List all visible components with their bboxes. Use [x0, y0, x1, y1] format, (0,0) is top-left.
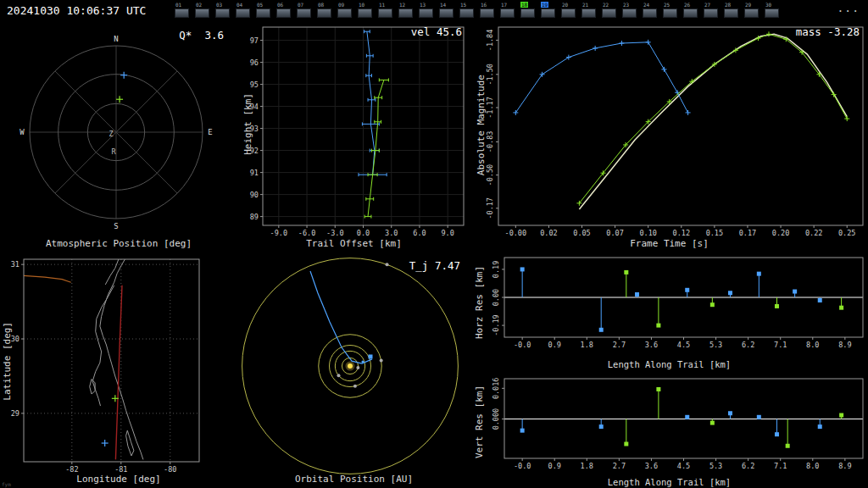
svg-text:-9.0: -9.0 [270, 229, 287, 237]
svg-text:6.0: 6.0 [413, 229, 426, 237]
frame-thumbnail-04[interactable]: 04 [236, 2, 256, 22]
frame-thumbnail-13[interactable]: 13 [419, 2, 439, 22]
frame-number: 22 [602, 2, 609, 8]
frame-thumbnail-image [256, 8, 270, 18]
svg-text:2.7: 2.7 [613, 462, 626, 470]
panel-trail-offset: -9.0-6.0-3.00.03.06.09.08990919293949596… [237, 22, 470, 252]
frame-thumbnail-image [765, 8, 779, 18]
svg-text:0.15: 0.15 [706, 229, 723, 237]
svg-text:-1.17: -1.17 [486, 97, 494, 119]
svg-text:0.10: 0.10 [639, 229, 656, 237]
frame-thumbnail-07[interactable]: 07 [297, 2, 317, 22]
frame-number: 11 [378, 2, 386, 8]
frame-thumbnail-08[interactable]: 08 [317, 2, 337, 22]
top-bar: 20241030 10:06:37 UTC 010203040506070809… [0, 0, 868, 22]
svg-text:97: 97 [250, 36, 259, 45]
frame-number: 27 [704, 2, 711, 8]
tisserand-value: T_j 7.47 [409, 259, 460, 272]
frame-thumbnail-image [541, 8, 555, 18]
frame-thumbnail-27[interactable]: 27 [704, 2, 724, 22]
svg-text:8.9: 8.9 [838, 462, 851, 470]
frame-thumbnail-16[interactable]: 16 [480, 2, 500, 22]
frame-number: 08 [317, 2, 325, 8]
frame-thumbnail-12[interactable]: 12 [398, 2, 419, 22]
svg-text:Z: Z [108, 130, 113, 138]
frame-thumbnail-25[interactable]: 25 [663, 2, 683, 22]
svg-text:6.2: 6.2 [742, 462, 754, 470]
frame-thumbnail-01[interactable]: 01 [175, 2, 195, 22]
frame-thumbnail-image [704, 8, 718, 18]
frame-thumbnail-image [378, 8, 392, 18]
frame-number: 13 [419, 2, 426, 8]
frame-thumbnail-02[interactable]: 02 [195, 2, 215, 22]
svg-text:3.0: 3.0 [385, 229, 398, 237]
frame-thumbnail-11[interactable]: 11 [378, 2, 398, 22]
svg-text:0.25: 0.25 [838, 229, 855, 237]
frame-number: 18 [520, 2, 528, 8]
svg-text:4.5: 4.5 [677, 462, 690, 470]
svg-text:-6.0: -6.0 [298, 229, 315, 237]
mag-ylabel: Absolute Magnitude [476, 75, 487, 175]
svg-text:5.3: 5.3 [709, 341, 722, 349]
svg-text:0.00: 0.00 [492, 289, 500, 306]
map-caption: Longitude [deg] [0, 474, 237, 485]
frame-thumbnail-05[interactable]: 05 [256, 2, 276, 22]
frame-thumbnail-image [663, 8, 677, 18]
frame-thumbnail-image [276, 8, 291, 18]
frame-thumbnail-26[interactable]: 26 [683, 2, 704, 22]
svg-text:95: 95 [250, 80, 259, 89]
frame-thumbnail-03[interactable]: 03 [215, 2, 236, 22]
meteor-analysis-app: 20241030 10:06:37 UTC 010203040506070809… [0, 0, 868, 488]
vertres-ylabel: Vert Res [km] [474, 385, 485, 458]
frame-thumbnail-17[interactable]: 17 [500, 2, 520, 22]
svg-text:5.3: 5.3 [709, 462, 722, 470]
frame-thumbnail-06[interactable]: 06 [276, 2, 297, 22]
svg-text:0.02: 0.02 [540, 229, 557, 237]
svg-text:0.20: 0.20 [772, 229, 789, 237]
map-ylabel: Latitude [deg] [2, 322, 13, 401]
frame-thumbnail-image [602, 8, 616, 18]
svg-text:-81: -81 [114, 465, 127, 474]
ground-track-map: -82-81-80293031 [0, 252, 237, 488]
frame-thumbnail-28[interactable]: 28 [724, 2, 744, 22]
svg-text:9.0: 9.0 [441, 229, 453, 237]
frame-thumbnail-10[interactable]: 10 [358, 2, 378, 22]
vertical-residuals-plot: -0.00.91.82.73.64.55.36.27.18.08.90.0000… [470, 370, 868, 488]
frame-thumbnail-18[interactable]: 18 [520, 2, 541, 22]
frame-thumbnail-image [297, 8, 311, 18]
svg-text:0.000: 0.000 [492, 408, 500, 430]
panel-horizontal-residuals: -0.00.91.82.73.64.55.36.27.18.08.9-0.190… [470, 252, 868, 370]
frame-number: 12 [398, 2, 406, 8]
frame-thumbnail-23[interactable]: 23 [622, 2, 643, 22]
frame-number: 30 [765, 2, 772, 8]
trail-ylabel: Height [km] [242, 93, 253, 155]
svg-text:0.05: 0.05 [573, 229, 590, 237]
frame-thumbnail-24[interactable]: 24 [643, 2, 663, 22]
frame-thumbnail-image [419, 8, 433, 18]
frame-thumbnail-image [459, 8, 474, 18]
frame-thumbnail-image [175, 8, 189, 18]
frame-thumbnail-15[interactable]: 15 [459, 2, 480, 22]
frame-thumbnail-image [195, 8, 209, 18]
svg-text:29: 29 [11, 409, 19, 418]
svg-text:-0.0: -0.0 [514, 462, 531, 470]
frame-number: 07 [297, 2, 304, 8]
frame-thumbnail-image [317, 8, 331, 18]
frame-thumbnail-image [520, 8, 535, 18]
frame-thumbnail-14[interactable]: 14 [439, 2, 459, 22]
frame-thumbnail-30[interactable]: 30 [765, 2, 785, 22]
frame-thumbnail-21[interactable]: 21 [581, 2, 602, 22]
frame-thumbnail-09[interactable]: 09 [337, 2, 358, 22]
frame-number: 05 [256, 2, 264, 8]
overflow-menu[interactable]: ... [837, 2, 860, 14]
frame-number: 14 [439, 2, 447, 8]
frame-thumbnail-20[interactable]: 20 [561, 2, 581, 22]
frame-thumbnail-22[interactable]: 22 [602, 2, 622, 22]
frame-thumbnail-29[interactable]: 29 [744, 2, 765, 22]
frame-number: 01 [175, 2, 182, 8]
svg-text:0.9: 0.9 [548, 341, 561, 349]
svg-text:-0.19: -0.19 [492, 314, 500, 336]
svg-text:8.0: 8.0 [806, 462, 819, 470]
frame-thumbnail-19[interactable]: 19 [541, 2, 561, 22]
atmospheric-position-plot: NESWZR [0, 22, 237, 252]
